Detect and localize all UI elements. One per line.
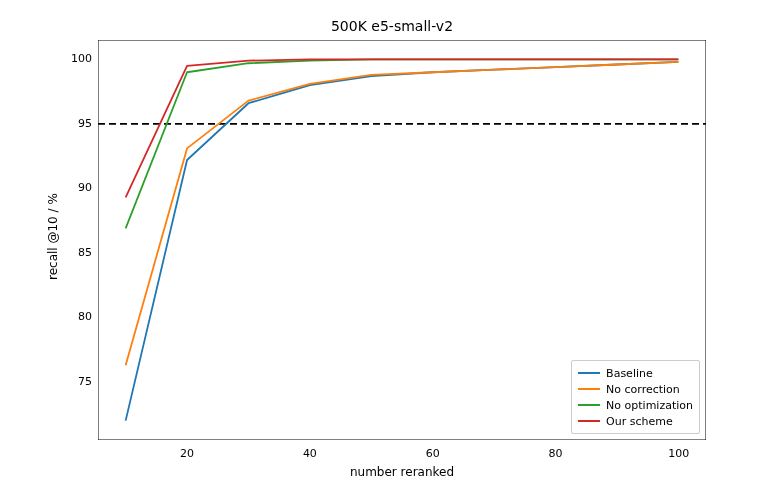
- x-tick-label: 80: [546, 447, 566, 460]
- legend-item: Our scheme: [578, 413, 693, 429]
- legend-swatch: [578, 404, 600, 406]
- y-tick-label: 85: [62, 246, 92, 259]
- legend-label: No optimization: [606, 399, 693, 412]
- series-line: [126, 62, 679, 365]
- y-tick-label: 90: [62, 181, 92, 194]
- legend-label: Our scheme: [606, 415, 673, 428]
- x-tick-label: 100: [668, 447, 688, 460]
- legend-item: No optimization: [578, 397, 693, 413]
- series-line: [126, 59, 679, 228]
- legend-item: No correction: [578, 381, 693, 397]
- x-tick-label: 20: [177, 447, 197, 460]
- y-tick-label: 80: [62, 310, 92, 323]
- y-tick-label: 95: [62, 117, 92, 130]
- x-tick-label: 60: [423, 447, 443, 460]
- legend-label: No correction: [606, 383, 680, 396]
- legend: BaselineNo correctionNo optimizationOur …: [571, 360, 700, 434]
- series-line: [126, 59, 679, 197]
- y-tick-label: 100: [62, 52, 92, 65]
- legend-swatch: [578, 372, 600, 374]
- legend-label: Baseline: [606, 367, 653, 380]
- x-tick-label: 40: [300, 447, 320, 460]
- legend-swatch: [578, 420, 600, 422]
- y-tick-label: 75: [62, 375, 92, 388]
- x-axis-label: number reranked: [98, 465, 706, 479]
- chart-title: 500K e5-small-v2: [0, 18, 784, 34]
- plot-area: BaselineNo correctionNo optimizationOur …: [98, 40, 706, 440]
- legend-item: Baseline: [578, 365, 693, 381]
- y-axis-label: recall @10 / %: [46, 193, 60, 280]
- legend-swatch: [578, 388, 600, 390]
- chart-figure: 500K e5-small-v2 recall @10 / % number r…: [0, 0, 784, 500]
